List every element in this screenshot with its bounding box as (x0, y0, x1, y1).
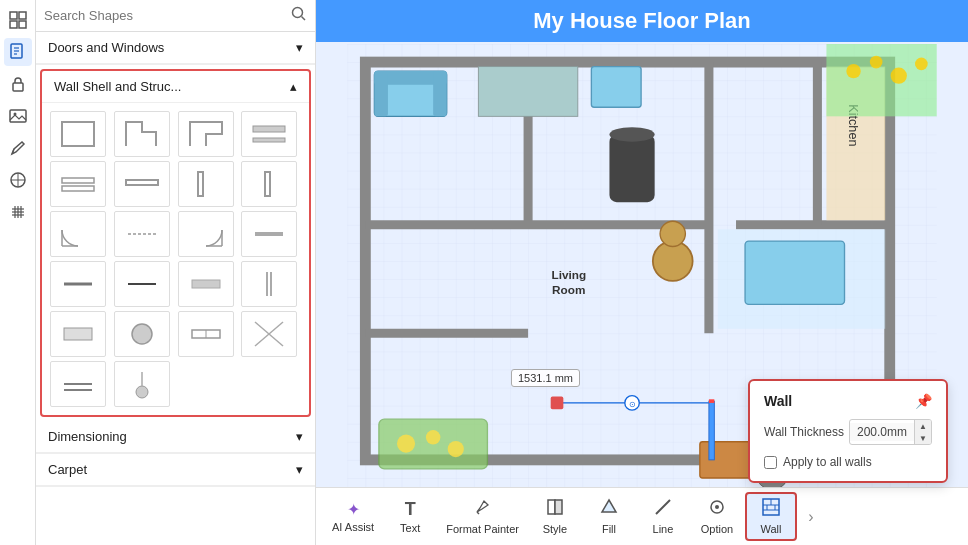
option-button[interactable]: Option (691, 494, 743, 539)
format-painter-label: Format Painter (446, 523, 519, 535)
shape-item[interactable] (178, 211, 234, 257)
wall-popup-header: Wall 📌 (764, 393, 932, 409)
spin-up-button[interactable]: ▲ (915, 420, 931, 432)
text-button[interactable]: T Text (384, 495, 436, 538)
svg-marker-100 (602, 500, 616, 512)
svg-rect-42 (64, 328, 92, 340)
search-icon[interactable] (291, 6, 307, 25)
svg-rect-95 (709, 401, 714, 460)
spinner-buttons: ▲ ▼ (914, 420, 931, 444)
shape-item[interactable] (50, 111, 106, 157)
shape-item[interactable] (50, 211, 106, 257)
category-carpet: Carpet ▾ (36, 454, 315, 487)
shape-item[interactable] (50, 161, 106, 207)
shapes-sidebar-btn[interactable] (4, 6, 32, 34)
svg-point-21 (293, 8, 303, 18)
plan-title: My House Floor Plan (316, 0, 968, 42)
shape-item[interactable] (114, 211, 170, 257)
chevron-down-icon-carpet: ▾ (296, 462, 303, 477)
svg-text:⊙: ⊙ (629, 400, 636, 409)
shape-item[interactable] (241, 111, 297, 157)
apply-all-walls-label: Apply to all walls (783, 455, 872, 469)
svg-line-97 (477, 512, 479, 514)
shape-item[interactable] (50, 261, 106, 307)
shape-item[interactable] (241, 261, 297, 307)
wall-thickness-label: Wall Thickness (764, 425, 844, 439)
shape-item[interactable] (241, 161, 297, 207)
shape-item[interactable] (114, 111, 170, 157)
format-painter-button[interactable]: Format Painter (438, 494, 527, 539)
svg-rect-28 (126, 180, 158, 185)
category-dimensioning-label: Dimensioning (48, 429, 127, 444)
pin-icon[interactable]: 📌 (915, 393, 932, 409)
category-wall-shell: Wall Shell and Struc... ▴ (40, 69, 311, 417)
svg-point-43 (132, 324, 152, 344)
ai-assist-button[interactable]: ✦ AI Assist (324, 496, 382, 537)
main-area: My House Floor Plan (316, 0, 968, 545)
wall-label: Wall (760, 523, 781, 535)
svg-rect-26 (62, 178, 94, 183)
shape-item[interactable] (241, 211, 297, 257)
svg-rect-24 (253, 126, 285, 132)
shape-item[interactable] (114, 361, 170, 407)
image-sidebar-btn[interactable] (4, 102, 32, 130)
line-icon (654, 498, 672, 521)
style-label: Style (543, 523, 567, 535)
wall-button[interactable]: Wall (745, 492, 797, 541)
shape-item[interactable] (50, 311, 106, 357)
svg-point-103 (715, 505, 719, 509)
svg-rect-87 (551, 397, 564, 410)
shape-item[interactable] (114, 161, 170, 207)
category-carpet-header[interactable]: Carpet ▾ (36, 454, 315, 486)
shape-item[interactable] (50, 361, 106, 407)
shape-item[interactable] (178, 161, 234, 207)
wall-thickness-value: 200.0mm (850, 423, 914, 441)
svg-point-72 (891, 68, 907, 84)
wall-thickness-input[interactable]: 200.0mm ▲ ▼ (849, 419, 932, 445)
wall-shapes-grid (42, 103, 309, 415)
spin-down-button[interactable]: ▼ (915, 432, 931, 444)
apply-all-walls-row: Apply to all walls (764, 455, 932, 469)
pen-sidebar-btn[interactable] (4, 134, 32, 162)
category-dimensioning-header[interactable]: Dimensioning ▾ (36, 421, 315, 453)
svg-point-82 (609, 127, 654, 141)
svg-rect-3 (19, 21, 26, 28)
category-wall-shell-header[interactable]: Wall Shell and Struc... ▴ (42, 71, 309, 103)
shape-item[interactable] (241, 311, 297, 357)
svg-point-71 (870, 56, 883, 69)
lock-sidebar-btn[interactable] (4, 70, 32, 98)
search-bar (36, 0, 315, 32)
shape-item[interactable] (178, 261, 234, 307)
svg-rect-29 (198, 172, 203, 196)
apply-all-walls-checkbox[interactable] (764, 456, 777, 469)
svg-rect-25 (253, 138, 285, 142)
svg-text:Living: Living (551, 268, 586, 281)
toolbar: ✦ AI Assist T Text Format Painter Style (316, 487, 968, 545)
option-label: Option (701, 523, 733, 535)
shape-item[interactable] (178, 311, 234, 357)
shape-item[interactable] (114, 261, 170, 307)
fill-button[interactable]: Fill (583, 494, 635, 539)
category-carpet-label: Carpet (48, 462, 87, 477)
line-button[interactable]: Line (637, 494, 689, 539)
svg-rect-96 (709, 399, 714, 403)
search-input[interactable] (44, 8, 285, 23)
category-doors-windows-header[interactable]: Doors and Windows ▾ (36, 32, 315, 64)
fill-icon (600, 498, 618, 521)
svg-rect-81 (609, 134, 654, 202)
pages-sidebar-btn[interactable] (4, 38, 32, 66)
shape-item[interactable] (114, 311, 170, 357)
option-icon (708, 498, 726, 521)
svg-point-70 (846, 64, 860, 78)
svg-rect-77 (433, 71, 447, 116)
fill-label: Fill (602, 523, 616, 535)
style-button[interactable]: Style (529, 494, 581, 539)
more-button[interactable]: › (799, 504, 823, 530)
wall-popup: Wall 📌 Wall Thickness 200.0mm ▲ ▼ Apply … (748, 379, 948, 483)
category-wall-shell-label: Wall Shell and Struc... (54, 79, 181, 94)
shape-library-btn[interactable] (4, 166, 32, 194)
grid-sidebar-btn[interactable] (4, 198, 32, 226)
svg-point-73 (915, 58, 928, 71)
shape-item[interactable] (178, 111, 234, 157)
text-label: Text (400, 522, 420, 534)
